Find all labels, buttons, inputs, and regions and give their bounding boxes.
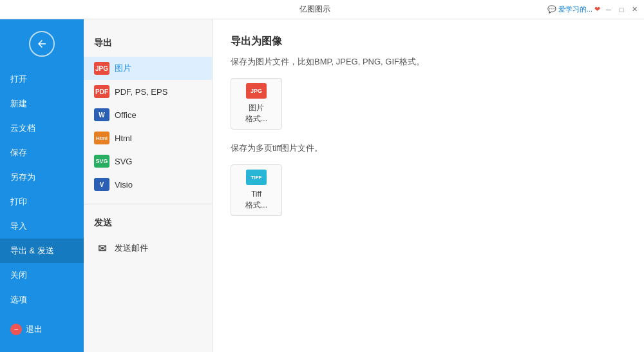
pdf-icon: PDF [94, 85, 109, 98]
sidebar-item-new[interactable]: 新建 [0, 92, 84, 116]
sidebar-item-export[interactable]: 导出 & 发送 [0, 239, 84, 263]
sidebar-item-saveas[interactable]: 另存为 [0, 165, 84, 190]
menu-item-visio[interactable]: V Visio [84, 173, 212, 196]
content-desc2: 保存为多页tiff图片文件。 [231, 142, 626, 154]
menu-item-pdf[interactable]: PDF PDF, PS, EPS [84, 80, 212, 103]
jpg-icon: JPG [94, 62, 109, 75]
menu-item-svg-label: SVG [115, 157, 132, 166]
close-button[interactable]: ✕ [630, 5, 639, 14]
menu-item-image-label: 图片 [115, 63, 131, 74]
sidebar: 打开 新建 云文档 保存 另存为 打印 导入 导出 & 发送 关闭 选项 − 退… [0, 19, 84, 352]
sidebar-item-print[interactable]: 打印 [0, 190, 84, 214]
email-icon: ✉ [94, 242, 109, 255]
format-card-tiff[interactable]: TIFF Tiff格式... [231, 164, 282, 216]
app-title: 亿图图示 [82, 4, 547, 15]
minimize-button[interactable]: ─ [604, 5, 613, 14]
visio-icon: V [94, 178, 109, 191]
html-icon: Html [94, 132, 109, 144]
section-divider [84, 204, 212, 204]
exit-icon: − [10, 324, 22, 335]
menu-item-visio-label: Visio [115, 180, 133, 190]
word-icon: W [94, 108, 109, 121]
middle-panel: 导出 JPG 图片 PDF PDF, PS, EPS W Office Html… [84, 19, 213, 352]
maximize-button[interactable]: □ [617, 5, 626, 14]
menu-item-office-label: Office [115, 110, 137, 120]
send-section-header: 发送 [84, 212, 212, 237]
card-label-jpg: 图片格式... [245, 103, 267, 124]
exit-label: 退出 [26, 324, 43, 335]
exit-button[interactable]: − 退出 [0, 317, 84, 342]
card-icon-jpg: JPG [246, 83, 267, 99]
content-desc1: 保存为图片文件，比如BMP, JPEG, PNG, GIF格式。 [231, 56, 626, 68]
content-panel: 导出为图像 保存为图片文件，比如BMP, JPEG, PNG, GIF格式。 J… [213, 19, 644, 352]
format-cards-2: TIFF Tiff格式... [231, 164, 626, 216]
menu-item-email-label: 发送邮件 [115, 242, 148, 254]
love-learning-label: 💬 爱学习的... ❤ [547, 5, 600, 14]
heart-icon: ❤ [594, 5, 600, 14]
card-icon-tiff: TIFF [246, 170, 267, 185]
menu-item-html-label: Html [115, 133, 132, 143]
format-cards-1: JPG 图片格式... [231, 78, 626, 130]
sidebar-item-save[interactable]: 保存 [0, 141, 84, 165]
sidebar-item-options[interactable]: 选项 [0, 288, 84, 312]
svg-icon: SVG [94, 155, 109, 168]
content-title: 导出为图像 [231, 35, 626, 48]
sidebar-item-close[interactable]: 关闭 [0, 263, 84, 288]
menu-item-pdf-label: PDF, PS, EPS [115, 87, 167, 97]
sidebar-item-cloud[interactable]: 云文档 [0, 116, 84, 141]
title-bar: 亿图图示 💬 爱学习的... ❤ ─ □ ✕ [0, 0, 644, 19]
menu-item-email[interactable]: ✉ 发送邮件 [84, 237, 212, 260]
format-card-jpg[interactable]: JPG 图片格式... [231, 78, 282, 130]
title-bar-right: 💬 爱学习的... ❤ ─ □ ✕ [547, 5, 639, 14]
menu-item-image[interactable]: JPG 图片 [84, 57, 212, 80]
menu-item-html[interactable]: Html Html [84, 126, 212, 150]
chat-icon: 💬 [547, 5, 556, 14]
menu-item-svg[interactable]: SVG SVG [84, 150, 212, 173]
sidebar-item-import[interactable]: 导入 [0, 214, 84, 239]
menu-item-office[interactable]: W Office [84, 103, 212, 126]
export-section-header: 导出 [84, 32, 212, 57]
sidebar-item-open[interactable]: 打开 [0, 67, 84, 92]
card-label-tiff: Tiff格式... [245, 189, 267, 211]
back-button[interactable] [29, 31, 55, 57]
app-body: 打开 新建 云文档 保存 另存为 打印 导入 导出 & 发送 关闭 选项 − 退… [0, 19, 644, 352]
